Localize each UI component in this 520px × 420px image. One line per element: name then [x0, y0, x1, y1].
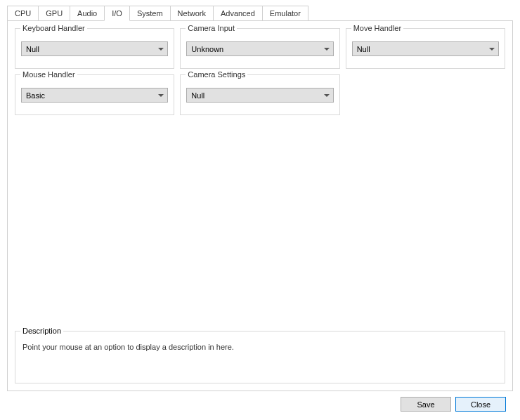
group-move-handler: Move Handler Null: [346, 28, 505, 69]
chevron-down-icon: [489, 48, 495, 51]
label-keyboard-handler: Keyboard Handler: [20, 24, 87, 32]
close-button[interactable]: Close: [455, 397, 506, 412]
description-text: Point your mouse at an option to display…: [22, 343, 498, 351]
dropdown-mouse-handler[interactable]: Basic: [21, 88, 168, 103]
dropdown-value: Null: [26, 45, 39, 53]
group-mouse-handler: Mouse Handler Basic: [15, 74, 174, 115]
dropdown-camera-settings[interactable]: Null: [186, 88, 333, 103]
dropdown-move-handler[interactable]: Null: [352, 41, 499, 56]
group-camera-settings: Camera Settings Null: [180, 74, 339, 115]
tab-strip: CPU GPU Audio I/O System Network Advance…: [7, 6, 513, 21]
tab-gpu[interactable]: GPU: [38, 6, 70, 21]
dropdown-camera-input[interactable]: Unknown: [186, 41, 333, 56]
group-camera-input: Camera Input Unknown: [180, 28, 339, 69]
chevron-down-icon: [324, 94, 330, 97]
dropdown-value: Null: [191, 91, 204, 100]
dropdown-value: Null: [357, 45, 370, 53]
tab-advanced[interactable]: Advanced: [213, 6, 263, 21]
tab-emulator[interactable]: Emulator: [262, 6, 308, 21]
chevron-down-icon: [158, 94, 164, 97]
group-keyboard-handler: Keyboard Handler Null: [15, 28, 174, 69]
chevron-down-icon: [158, 48, 164, 51]
dropdown-value: Basic: [26, 91, 45, 100]
label-camera-input: Camera Input: [186, 24, 237, 32]
dropdown-keyboard-handler[interactable]: Null: [21, 41, 168, 56]
io-panel: Keyboard Handler Null Camera Input Unkno…: [7, 20, 513, 391]
dropdown-value: Unknown: [191, 45, 223, 53]
description-label: Description: [20, 327, 63, 335]
chevron-down-icon: [324, 48, 330, 51]
description-box: Description Point your mouse at an optio…: [15, 331, 505, 383]
label-camera-settings: Camera Settings: [186, 70, 247, 79]
label-move-handler: Move Handler: [351, 24, 403, 32]
tab-cpu[interactable]: CPU: [7, 6, 39, 21]
tab-system[interactable]: System: [129, 6, 171, 21]
tab-io[interactable]: I/O: [104, 6, 130, 21]
label-mouse-handler: Mouse Handler: [20, 70, 77, 79]
footer: Save Close: [7, 391, 513, 412]
tab-network[interactable]: Network: [170, 6, 214, 21]
tab-audio[interactable]: Audio: [70, 6, 105, 21]
save-button[interactable]: Save: [401, 397, 451, 412]
